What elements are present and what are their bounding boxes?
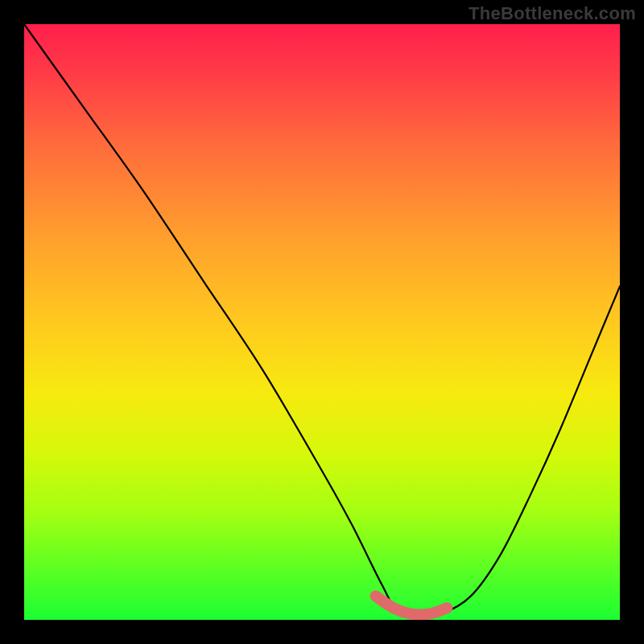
chart-frame: TheBottleneck.com — [0, 0, 644, 644]
plot-area — [24, 24, 620, 620]
chart-svg — [24, 24, 620, 620]
watermark-text: TheBottleneck.com — [469, 3, 636, 24]
series-bottleneck-curve — [24, 24, 620, 616]
series-highlight-band — [376, 596, 448, 614]
